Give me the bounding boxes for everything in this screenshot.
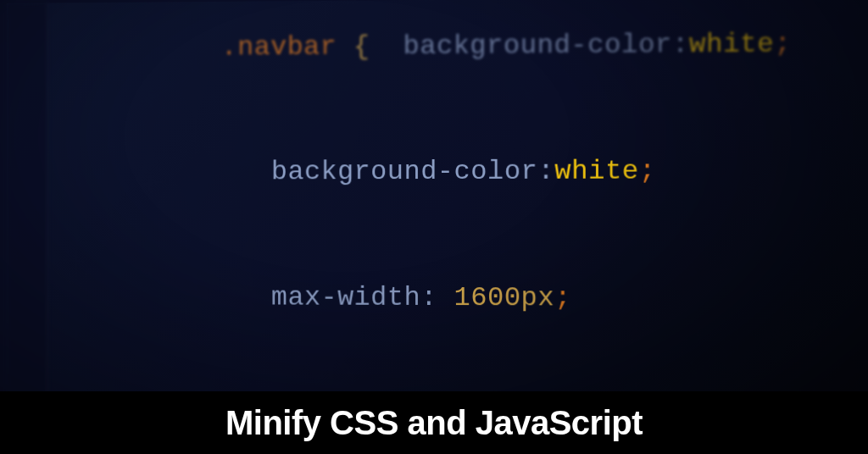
- line-gutter: [7, 3, 48, 451]
- css-semicolon: ;: [554, 282, 571, 313]
- css-brace: {: [337, 30, 370, 62]
- css-property: max-width: [271, 282, 420, 313]
- css-value: white: [689, 28, 774, 60]
- css-colon: :: [672, 29, 689, 60]
- code-line: max-width: 1600px;: [56, 235, 868, 363]
- caption-text: Minify CSS and JavaScript: [225, 404, 643, 442]
- code-editor-viewport: .navbar { background-color:white; backgr…: [7, 0, 868, 454]
- code-line: background-color:white;: [56, 108, 868, 235]
- css-colon: :: [420, 282, 453, 313]
- css-semicolon: ;: [774, 28, 791, 60]
- css-property: background-color: [403, 29, 672, 62]
- code-line: .navbar { background-color:white;: [56, 0, 868, 111]
- css-semicolon: ;: [639, 156, 656, 187]
- css-value: 1600px: [454, 282, 555, 313]
- css-value: white: [554, 156, 639, 187]
- css-colon: :: [537, 156, 554, 187]
- css-selector: .navbar: [221, 30, 337, 63]
- css-property: background-color: [271, 156, 537, 188]
- caption-bar: Minify CSS and JavaScript: [0, 391, 868, 454]
